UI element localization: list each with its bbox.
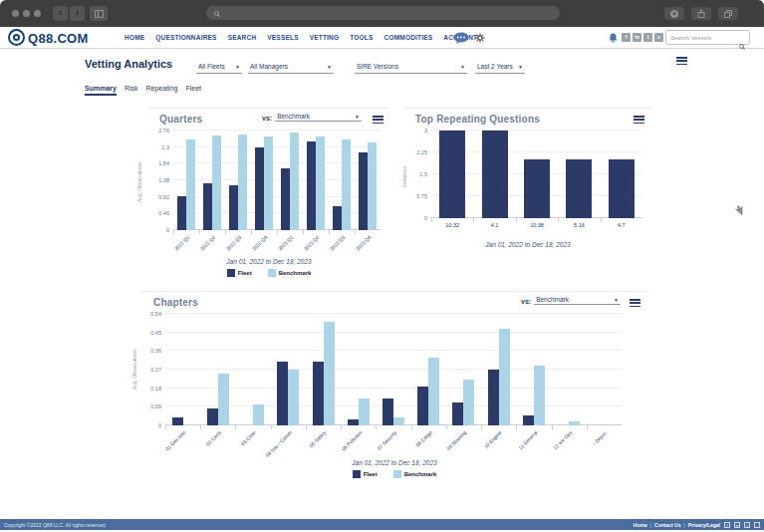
downloads-button[interactable] bbox=[664, 7, 684, 20]
page-menu-icon[interactable] bbox=[676, 57, 687, 65]
window-maximize-dot[interactable] bbox=[34, 10, 41, 17]
y-axis-tick: 0.92 bbox=[158, 194, 169, 200]
legend-label: Benchmark bbox=[279, 270, 312, 276]
bell-icon[interactable] bbox=[609, 33, 618, 43]
window-close-dot[interactable] bbox=[12, 10, 19, 17]
nav-questionnaires[interactable]: QUESTIONNAIRES bbox=[155, 34, 216, 41]
sidebar-toggle-button[interactable] bbox=[90, 6, 108, 21]
facebook-icon[interactable]: f bbox=[622, 33, 631, 42]
fleets-select[interactable]: All Fleets▼ bbox=[196, 61, 242, 74]
nav-tools[interactable]: TOOLS bbox=[350, 34, 373, 41]
nav-vetting[interactable]: VETTING bbox=[310, 34, 340, 41]
nav-home[interactable]: HOME bbox=[125, 34, 144, 41]
chart-menu-icon[interactable] bbox=[634, 116, 644, 124]
legend-label: Benchmark bbox=[404, 471, 437, 477]
search-vessels-input[interactable] bbox=[665, 30, 750, 45]
address-bar[interactable] bbox=[206, 6, 560, 20]
forward-button[interactable]: › bbox=[70, 6, 85, 21]
date-range-select[interactable]: Last 2 Years▼ bbox=[475, 61, 525, 74]
instagram-icon[interactable] bbox=[654, 33, 663, 42]
bar-group: 2022 Q1 bbox=[173, 131, 199, 230]
bar-group: 10.38 bbox=[516, 131, 558, 218]
plot-area: 00.090.180.270.360.450.5401 Gen Info02 C… bbox=[165, 314, 622, 425]
bar-fleet bbox=[482, 131, 508, 218]
y-axis-title: Avg. Observations bbox=[131, 314, 137, 425]
tabs-overview-button[interactable] bbox=[718, 7, 738, 20]
tab-summary[interactable]: Summary bbox=[85, 85, 117, 96]
bar-benchmark bbox=[316, 136, 325, 230]
bar-fleet bbox=[524, 159, 550, 218]
y-axis-tick: 0 bbox=[158, 422, 161, 428]
y-axis-tick: 1.38 bbox=[158, 177, 169, 183]
bar-fleet bbox=[281, 168, 290, 230]
footer-link-home[interactable]: Home bbox=[634, 522, 647, 528]
bar-fleet bbox=[523, 415, 534, 425]
twitter-icon[interactable]: t bbox=[643, 33, 652, 42]
legend-swatch bbox=[353, 470, 361, 478]
tab-risk[interactable]: Risk bbox=[125, 85, 138, 96]
bar-benchmark bbox=[393, 417, 404, 425]
q88-logo-icon[interactable] bbox=[8, 29, 25, 46]
nav-commodities[interactable]: COMMODITIES bbox=[384, 34, 433, 41]
bar-group: 09 Mooring bbox=[446, 314, 481, 425]
bar-group: 12 Ice Ops bbox=[552, 314, 587, 425]
bar-group: 2023 Q4 bbox=[355, 131, 381, 230]
twitter-icon[interactable]: t bbox=[744, 522, 750, 528]
tab-fleet[interactable]: Fleet bbox=[185, 85, 201, 96]
chat-icon[interactable] bbox=[453, 32, 471, 45]
bar-groups: 01 Gen Info02 Certs03 Crew04 Nav / Comm0… bbox=[165, 314, 622, 425]
legend-item: Fleet bbox=[353, 470, 378, 478]
site-footer: Copyright ©2022 Q88 LLC. All rights rese… bbox=[0, 519, 764, 530]
nav-search[interactable]: SEARCH bbox=[228, 34, 257, 41]
x-axis-label: 4.7 bbox=[618, 222, 626, 228]
benchmark-select[interactable]: Benchmark▼ bbox=[275, 113, 362, 122]
y-axis-tick: 0.09 bbox=[150, 403, 161, 409]
browser-chrome: ‹ › bbox=[0, 0, 764, 27]
page-title: Vetting Analytics bbox=[85, 58, 172, 70]
bar-benchmark bbox=[342, 139, 351, 230]
gear-icon[interactable] bbox=[475, 33, 485, 43]
vs-label: vs: bbox=[262, 115, 272, 122]
date-range-caption: Jan 01, 2022 to Dec 18, 2023 bbox=[139, 459, 649, 466]
chart-menu-icon[interactable] bbox=[373, 116, 383, 124]
y-axis-tick: 3 bbox=[424, 128, 427, 133]
bar-benchmark bbox=[359, 399, 370, 425]
bar-group: 2023 Q1 bbox=[277, 131, 303, 230]
footer-link-contact[interactable]: Contact Us bbox=[654, 522, 680, 528]
benchmark-select[interactable]: Benchmark▼ bbox=[534, 296, 621, 305]
linkedin-icon[interactable]: in bbox=[734, 522, 740, 528]
bar-fleet bbox=[348, 419, 359, 425]
plot-area: 00.751.52.25310.324.110.385.164.7 bbox=[431, 131, 642, 218]
bar-fleet bbox=[417, 387, 428, 425]
tab-repeating[interactable]: Repeating bbox=[146, 85, 178, 96]
back-button[interactable]: ‹ bbox=[53, 6, 68, 21]
bar-benchmark bbox=[368, 142, 377, 230]
bar-benchmark bbox=[290, 133, 299, 230]
y-axis-title: Instances bbox=[401, 133, 407, 220]
bar-group: 06 Pollution bbox=[341, 314, 376, 425]
main-nav: HOME QUESTIONNAIRES SEARCH VESSELS VETTI… bbox=[125, 27, 477, 48]
q88-logo-text[interactable]: Q88.COM bbox=[28, 31, 89, 46]
y-axis-tick: 0.36 bbox=[150, 348, 161, 354]
download-icon bbox=[670, 10, 678, 18]
bar-group: 04 Nav / Comm bbox=[271, 314, 306, 425]
window-minimize-dot[interactable] bbox=[23, 10, 30, 17]
facebook-icon[interactable]: f bbox=[724, 522, 730, 528]
chart-title: Quarters bbox=[159, 114, 202, 125]
bar-group: 2022 Q3 bbox=[225, 131, 251, 230]
x-axis-label: 03 Crew bbox=[240, 429, 257, 446]
linkedin-icon[interactable]: in bbox=[633, 33, 641, 42]
sire-versions-select[interactable]: SIRE Versions▼ bbox=[355, 61, 467, 74]
managers-select[interactable]: All Managers▼ bbox=[248, 61, 334, 74]
bar-fleet bbox=[255, 147, 264, 230]
date-range-caption: Jan 01, 2022 to Dec 18, 2023 bbox=[403, 241, 652, 248]
x-axis-label: 2022 Q1 bbox=[172, 234, 190, 252]
chart-menu-icon[interactable] bbox=[630, 299, 640, 307]
instagram-icon[interactable]: ◌ bbox=[754, 522, 760, 528]
bar-fleet bbox=[207, 408, 218, 425]
share-button[interactable] bbox=[691, 7, 711, 20]
vessel-search-icon[interactable] bbox=[739, 35, 744, 53]
nav-vessels[interactable]: VESSELS bbox=[267, 34, 298, 41]
date-range-caption: Jan 01, 2022 to Dec 18, 2023 bbox=[149, 258, 388, 265]
footer-link-privacy[interactable]: Privacy/Legal bbox=[688, 522, 720, 528]
